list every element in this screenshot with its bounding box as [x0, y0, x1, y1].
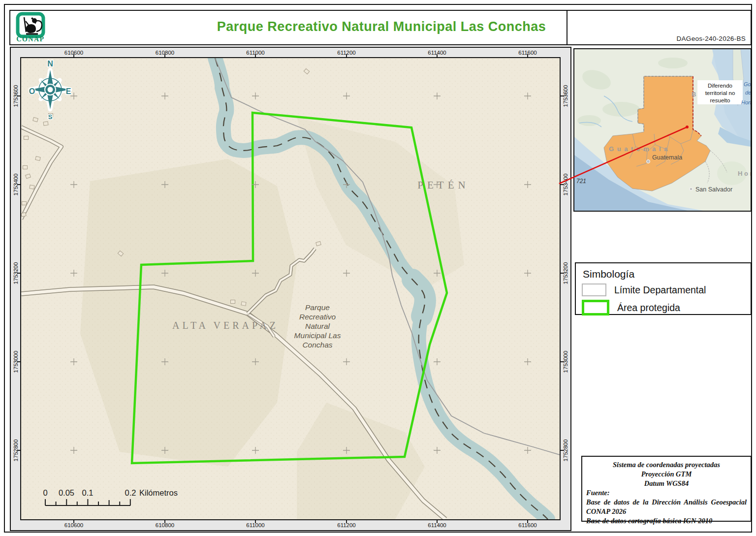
header: CONAP Parque Recreativo Natural Municipa…: [9, 10, 752, 45]
svg-text:Recreativo: Recreativo: [299, 313, 336, 321]
legend-item-label: Límite Departamental: [614, 284, 706, 296]
svg-text:Parque: Parque: [305, 303, 330, 312]
svg-text:de: de: [745, 90, 751, 95]
svg-text:Honduras: Honduras: [741, 99, 751, 105]
x-tick-mark: [164, 520, 165, 523]
y-tick-mark: [561, 95, 564, 96]
protected-area-swatch: [582, 300, 609, 315]
region-label-peten: PETÉN: [417, 179, 469, 191]
header-divider: [567, 11, 567, 44]
svg-text:Conchas: Conchas: [302, 341, 332, 349]
svg-text:Municipal Las: Municipal Las: [294, 331, 341, 340]
building: [21, 213, 26, 217]
legend: Simbología Límite Departamental Área pro…: [575, 262, 752, 315]
x-tick-mark: [527, 520, 528, 523]
inset-map-graphic: B e l i c e Diferendo territorial no res…: [574, 49, 751, 211]
building: [22, 202, 27, 205]
building: [241, 302, 246, 306]
map-canvas: PETÉN ALTA VERAPAZ Parque Recreativo Nat…: [20, 57, 561, 520]
san-salvador-dot: [690, 188, 693, 190]
y-tick-mark: [561, 361, 564, 362]
honduras-label: H o n d u r a s: [738, 170, 751, 177]
region-label-alta-verapaz: ALTA VERAPAZ: [172, 320, 279, 331]
capital-city-label: Guatemala: [652, 154, 682, 161]
svg-text:0: 0: [43, 488, 47, 497]
sheet-code: DAGeos-240-2026-BS: [677, 35, 746, 42]
inset-country-label: G u a t e m a l a: [609, 145, 668, 153]
san-salvador-label: San Salvador: [695, 186, 732, 193]
map-sheet: CONAP Parque Recreativo Natural Municipa…: [0, 0, 756, 536]
capital-city-dot: [647, 160, 650, 163]
x-tick-mark: [73, 520, 74, 523]
compass-o: O: [29, 87, 35, 95]
departmental-boundary-swatch: [582, 284, 606, 296]
svg-text:0.2: 0.2: [125, 488, 136, 497]
building: [43, 122, 48, 126]
building: [23, 166, 28, 169]
y-tick-mark: [561, 450, 564, 451]
map-graphic: PETÉN ALTA VERAPAZ Parque Recreativo Nat…: [21, 58, 560, 519]
inset-locator-map: B e l i c e Diferendo territorial no res…: [573, 48, 752, 212]
y-tick-mark: [561, 273, 564, 274]
road-721-label: 721: [576, 178, 586, 185]
source-heading: Fuente:: [586, 488, 747, 498]
svg-text:resuelto: resuelto: [710, 97, 730, 103]
x-tick-mark: [255, 520, 256, 523]
svg-text:territorial no: territorial no: [705, 90, 735, 96]
projection-line: Proyección GTM: [586, 470, 747, 479]
datum-line: Datum WGS84: [586, 479, 747, 488]
legend-item-protected-area: Área protegida: [582, 300, 745, 315]
svg-text:Golfo: Golfo: [744, 81, 751, 87]
compass-s: S: [48, 113, 53, 121]
svg-text:0.1: 0.1: [82, 488, 94, 497]
building: [30, 185, 34, 189]
compass-n: N: [47, 60, 53, 68]
conap-logo-text: CONAP: [14, 35, 47, 43]
crs-line: Sistema de coordenadas proyectadas: [586, 460, 747, 470]
svg-text:Natural: Natural: [305, 322, 330, 330]
source-line: Base de datos cartografía básica IGN 201…: [586, 516, 747, 526]
metadata-box: Sistema de coordenadas proyectadas Proye…: [581, 456, 752, 522]
x-tick-mark: [346, 520, 347, 523]
building: [24, 136, 29, 140]
legend-title: Simbología: [583, 268, 745, 280]
x-tick-mark: [437, 520, 438, 523]
building: [231, 300, 235, 304]
svg-text:Kilómetros: Kilómetros: [139, 488, 178, 497]
svg-text:0.05: 0.05: [59, 488, 74, 497]
page-title: Parque Recreativo Natural Municipal Las …: [10, 19, 753, 34]
legend-item-label: Área protegida: [617, 302, 680, 314]
svg-text:Diferendo: Diferendo: [708, 83, 732, 89]
building: [35, 157, 40, 161]
source-line: Base de datos de la Dirección Análisis G…: [586, 498, 747, 516]
legend-item-departmental: Límite Departamental: [582, 284, 745, 296]
compass-e: E: [66, 87, 71, 95]
y-tick-mark: [561, 184, 564, 185]
